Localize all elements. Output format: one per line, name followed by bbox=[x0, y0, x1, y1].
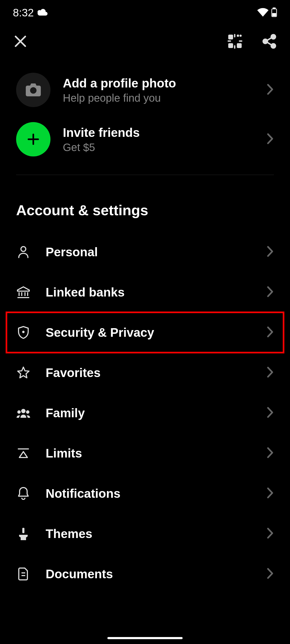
svg-point-26 bbox=[26, 410, 30, 414]
svg-line-14 bbox=[267, 42, 272, 45]
settings-item-documents[interactable]: Documents bbox=[16, 554, 274, 594]
settings-label: Notifications bbox=[46, 486, 251, 501]
settings-item-limits[interactable]: Limits bbox=[16, 433, 274, 473]
chevron-right-icon bbox=[266, 406, 274, 420]
chevron-right-icon bbox=[266, 133, 274, 146]
settings-list: Personal Linked banks Security & Privacy… bbox=[0, 232, 290, 594]
settings-label: Themes bbox=[46, 526, 251, 541]
person-icon bbox=[16, 245, 31, 259]
camera-icon-circle bbox=[16, 73, 50, 107]
chevron-right-icon bbox=[266, 567, 274, 581]
settings-label: Family bbox=[46, 406, 251, 420]
svg-rect-9 bbox=[237, 43, 242, 48]
settings-label: Security & Privacy bbox=[46, 325, 251, 340]
shield-icon bbox=[16, 325, 31, 340]
svg-rect-28 bbox=[22, 528, 24, 533]
bell-icon bbox=[16, 486, 31, 501]
status-bar: 8:32 bbox=[0, 0, 290, 25]
settings-item-personal[interactable]: Personal bbox=[16, 232, 274, 272]
top-actions-list: Add a profile photo Help people find you… bbox=[0, 65, 290, 164]
invite-title: Invite friends bbox=[63, 125, 254, 140]
share-button[interactable] bbox=[262, 34, 277, 49]
cloud-icon bbox=[38, 9, 48, 17]
svg-point-7 bbox=[240, 35, 242, 37]
svg-point-25 bbox=[17, 410, 21, 414]
settings-label: Limits bbox=[46, 446, 251, 460]
svg-rect-2 bbox=[273, 13, 276, 16]
chevron-right-icon bbox=[266, 447, 274, 460]
svg-point-23 bbox=[23, 331, 24, 333]
star-icon bbox=[16, 365, 31, 380]
bank-icon bbox=[16, 285, 31, 299]
home-indicator[interactable] bbox=[107, 637, 183, 639]
svg-point-24 bbox=[21, 409, 26, 413]
chevron-right-icon bbox=[266, 527, 274, 540]
svg-rect-1 bbox=[273, 8, 275, 9]
invite-friends-item[interactable]: Invite friends Get $5 bbox=[16, 115, 274, 164]
chevron-right-icon bbox=[266, 366, 274, 379]
close-button[interactable] bbox=[13, 34, 28, 49]
chevron-right-icon bbox=[266, 83, 274, 97]
svg-rect-8 bbox=[228, 43, 233, 48]
svg-rect-6 bbox=[237, 35, 239, 37]
settings-label: Personal bbox=[46, 245, 251, 259]
svg-rect-5 bbox=[228, 35, 233, 39]
plus-icon-circle bbox=[16, 122, 50, 156]
battery-icon bbox=[271, 8, 277, 18]
settings-label: Linked banks bbox=[46, 285, 251, 299]
settings-item-linked-banks[interactable]: Linked banks bbox=[16, 272, 274, 312]
settings-label: Documents bbox=[46, 567, 251, 581]
add-photo-title: Add a profile photo bbox=[63, 76, 254, 90]
wifi-icon bbox=[257, 8, 269, 18]
settings-label: Favorites bbox=[46, 365, 251, 380]
limits-icon bbox=[16, 446, 31, 460]
add-photo-subtitle: Help people find you bbox=[63, 92, 254, 104]
document-icon bbox=[16, 567, 31, 581]
invite-subtitle: Get $5 bbox=[63, 141, 254, 153]
paint-icon bbox=[16, 526, 31, 541]
settings-item-favorites[interactable]: Favorites bbox=[16, 353, 274, 393]
header-bar bbox=[0, 25, 290, 65]
svg-point-17 bbox=[21, 247, 26, 251]
qr-code-button[interactable] bbox=[227, 34, 243, 49]
camera-icon bbox=[26, 83, 41, 96]
group-icon bbox=[16, 406, 31, 420]
settings-item-themes[interactable]: Themes bbox=[16, 514, 274, 554]
plus-icon bbox=[26, 132, 41, 147]
chevron-right-icon bbox=[266, 245, 274, 259]
svg-line-13 bbox=[267, 38, 272, 41]
add-profile-photo-item[interactable]: Add a profile photo Help people find you bbox=[16, 65, 274, 115]
section-header-account: Account & settings bbox=[0, 175, 290, 232]
settings-item-security-privacy[interactable]: Security & Privacy bbox=[6, 312, 284, 353]
settings-item-notifications[interactable]: Notifications bbox=[16, 473, 274, 514]
settings-item-family[interactable]: Family bbox=[16, 393, 274, 433]
chevron-right-icon bbox=[266, 326, 274, 339]
status-time: 8:32 bbox=[13, 7, 34, 19]
chevron-right-icon bbox=[266, 286, 274, 299]
chevron-right-icon bbox=[266, 487, 274, 500]
